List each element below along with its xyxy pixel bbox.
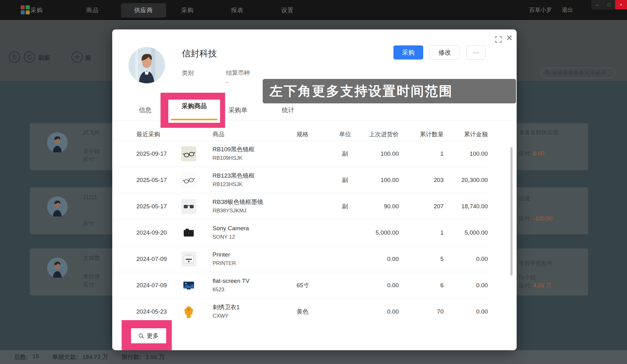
header-total-amount: 累计金额 — [444, 130, 488, 138]
supplier-name: 武飞科 — [83, 129, 100, 136]
row-amount: 18,740.00 — [444, 203, 488, 210]
minimize-button[interactable]: – — [591, 0, 603, 9]
nav-item-purchase[interactable]: 采购 — [30, 6, 43, 14]
row-amount: 5,000.00 — [444, 229, 488, 236]
product-name: flat-screen TV — [213, 277, 297, 286]
product-name: RB109黑色镜框 — [213, 145, 297, 154]
table-row[interactable]: 2025-09-17 RB109黑色镜框RB109HSJK 副 100.00 1… — [112, 140, 488, 167]
search-icon — [139, 333, 144, 339]
product-code: SONY 12 — [213, 233, 297, 241]
table-row[interactable]: 2024-05-23 刺绣卫衣1CXWY 黄色 0.00 70 0.00 — [112, 298, 488, 321]
row-price: 100.00 — [356, 150, 399, 157]
active-tab-underline — [171, 119, 218, 120]
table-header-row: 最近采购 商品 规格 单位 上次进货价 累计数量 累计金额 — [112, 128, 488, 140]
refresh-button[interactable] — [24, 51, 35, 63]
supplier-contact: 吴小姐 — [83, 148, 100, 155]
prepaid-label: 预付款: — [121, 353, 141, 361]
tab-purchase-orders[interactable]: 采购单 — [229, 106, 247, 114]
row-date: 2025-09-17 — [136, 150, 181, 157]
row-date: 2025-05-17 — [136, 203, 181, 210]
tab-purchased-products[interactable]: 采购商品 — [168, 100, 220, 123]
logout-button[interactable]: 退出 — [562, 6, 573, 14]
row-date: 2024-07-09 — [136, 256, 181, 263]
table-row[interactable]: 2025-05-17 RB38银色镜框墨镜RB38YSJKMJ 副 90.00 … — [112, 193, 488, 219]
more-button[interactable]: 更多 — [131, 328, 166, 343]
supplier-name: 伯通 — [519, 195, 530, 202]
row-amount: 100.00 — [444, 150, 488, 157]
search-placeholder: 供应商名/负责人/手机号 — [553, 70, 606, 76]
supplier-contact: 李经理 — [83, 273, 100, 280]
table-row[interactable]: 2024-09-20 Sony CameraSONY 12 5,000.00 1… — [112, 219, 488, 246]
supplier-search-input[interactable]: 供应商名/负责人/手机号 — [541, 68, 615, 78]
tv-photo — [181, 278, 196, 293]
app-window: 采购 商品 供应商 采购 报表 设置 百草小罗 退出 – □ × 刷新 新 — [0, 0, 627, 364]
nav-item-procurement[interactable]: 采购 — [181, 6, 194, 14]
status-bar: 总数:15 单据欠款:184.72 万 预付款:1.51 万 — [0, 350, 627, 364]
header-last-price: 上次进货价 — [356, 130, 399, 138]
product-code: RB109HSJK — [213, 154, 297, 162]
purchased-products-table: 最近采购 商品 规格 单位 上次进货价 累计数量 累计金额 2025-09-17… — [112, 128, 488, 321]
row-qty: 207 — [399, 203, 444, 210]
payable-amount: 0.00 — [533, 150, 544, 157]
refresh-icon — [27, 54, 32, 60]
nav-item-suppliers[interactable]: 供应商 — [121, 3, 166, 18]
supplier-logo-avatar — [129, 47, 165, 83]
hoodie-photo — [181, 304, 196, 319]
header-spec: 规格 — [297, 130, 334, 138]
search-icon — [545, 70, 550, 75]
add-supplier-label[interactable]: 新 — [85, 54, 91, 62]
edit-button[interactable]: 修改 — [429, 45, 460, 60]
user-menu[interactable]: 百草小罗 — [529, 6, 552, 14]
supplier-avatar — [47, 132, 68, 153]
tab-highlight-annotation: 采购商品 — [161, 93, 225, 128]
app-logo-icon[interactable] — [21, 5, 30, 15]
row-date: 2024-05-23 — [136, 308, 181, 315]
window-close-button[interactable]: × — [615, 0, 627, 9]
row-spec: 65寸 — [297, 281, 334, 289]
table-row[interactable]: 2024-07-09 PrinterPRINTER 0.00 5 0.00 — [112, 246, 488, 272]
row-date: 2025-05-17 — [136, 177, 181, 184]
debt-label: 单据欠款: — [52, 353, 78, 361]
nav-item-settings[interactable]: 设置 — [281, 6, 294, 14]
view-menu-button[interactable] — [9, 51, 20, 63]
payable-amount: 4.26 万 — [533, 282, 551, 289]
row-unit: 副 — [334, 150, 356, 158]
nav-item-reports[interactable]: 报表 — [231, 6, 244, 14]
category-label: 类别 — [182, 69, 194, 77]
table-scrollbar[interactable] — [510, 147, 513, 276]
plus-icon — [75, 55, 80, 60]
table-row[interactable]: 2025-05-17 RB123黑色镜框RB123HSJK 副 100.00 2… — [112, 167, 488, 193]
row-amount: 0.00 — [444, 308, 488, 315]
fullscreen-button[interactable] — [495, 36, 502, 43]
product-code: RB38YSJKMJ — [213, 206, 297, 215]
supplier-payable: 应付: — [83, 220, 96, 227]
row-spec: 黄色 — [297, 308, 334, 316]
nav-item-products[interactable]: 商品 — [86, 6, 99, 14]
currency-value: - — [226, 79, 228, 86]
modal-close-button[interactable]: ✕ — [506, 34, 513, 42]
product-code: PRINTER — [213, 259, 297, 268]
maximize-button[interactable]: □ — [603, 0, 615, 9]
product-code: CXWY — [213, 312, 297, 320]
more-actions-button[interactable]: ··· — [466, 45, 485, 60]
eyeglasses-photo — [181, 146, 196, 161]
tab-info[interactable]: 信息 — [139, 106, 151, 114]
supplier-contact: 白小姐 — [519, 273, 536, 281]
row-qty: 70 — [399, 308, 444, 315]
purchase-button[interactable]: 采购 — [393, 45, 423, 60]
add-supplier-button[interactable] — [71, 51, 83, 63]
header-product: 商品 — [213, 130, 297, 138]
product-code: RB123HSJK — [213, 180, 297, 189]
supplier-payable: 应付: 4.26 万 — [519, 282, 551, 289]
supplier-name: 大城数 — [83, 254, 100, 262]
window-controls: – □ × — [591, 0, 627, 9]
header-last-purchase: 最近采购 — [136, 130, 181, 138]
supplier-avatar — [47, 196, 68, 217]
table-row[interactable]: 2024-07-09 flat-screen TV6523 65寸 0.00 6… — [112, 272, 488, 298]
expand-icon — [495, 36, 502, 43]
supplier-title: 信封科技 — [182, 48, 217, 60]
row-price: 0.00 — [356, 282, 399, 289]
tab-statistics[interactable]: 统计 — [282, 106, 294, 114]
supplier-name: 11111 — [83, 194, 97, 201]
refresh-label[interactable]: 刷新 — [38, 54, 50, 62]
